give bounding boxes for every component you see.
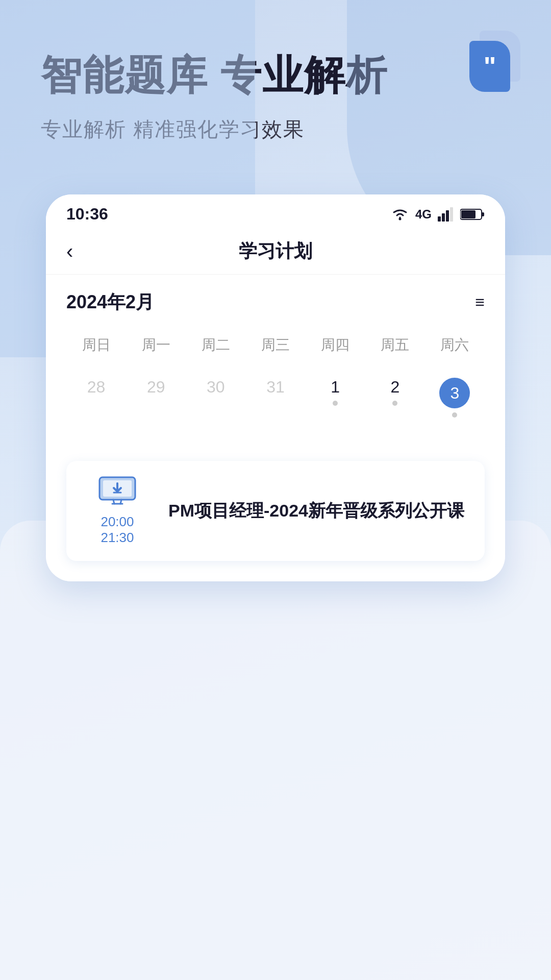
day-fri: 周五	[365, 330, 425, 360]
svg-point-0	[398, 217, 401, 220]
svg-rect-1	[438, 216, 441, 222]
date-29-prev[interactable]: 29	[126, 370, 186, 425]
calendar-menu-icon[interactable]: ≡	[475, 293, 485, 312]
schedule-time-end: 21:30	[101, 530, 134, 546]
schedule-title: PM项目经理-2024新年晋级系列公开课	[168, 499, 464, 523]
nav-bar: ‹ 学习计划	[46, 229, 505, 275]
quote-fg: "	[469, 41, 510, 92]
date-dot-3	[452, 412, 457, 418]
day-mon: 周一	[126, 330, 186, 360]
day-thu: 周四	[306, 330, 365, 360]
date-28-prev[interactable]: 28	[66, 370, 126, 425]
day-tue: 周二	[186, 330, 245, 360]
date-2[interactable]: 2	[365, 370, 425, 425]
date-dot-2	[392, 401, 397, 406]
date-3-selected[interactable]: 3	[425, 370, 485, 425]
schedule-section: 20:00 21:30 PM项目经理-2024新年晋级系列公开课	[46, 451, 505, 581]
schedule-icon-time: 20:00 21:30	[82, 476, 153, 546]
calendar-month: 2024年2月	[66, 290, 154, 315]
battery-icon	[460, 208, 485, 221]
status-icons: 4G	[391, 207, 485, 222]
status-bar: 10:36 4G	[46, 194, 505, 229]
date-1[interactable]: 1	[306, 370, 365, 425]
svg-rect-3	[446, 210, 449, 222]
signal-bars-icon	[438, 207, 454, 222]
back-button[interactable]: ‹	[66, 240, 73, 263]
calendar-section: 2024年2月 ≡ 周日 周一 周二 周三 周四 周五 周六 28	[46, 275, 505, 451]
laptop-icon	[97, 476, 138, 509]
date-dot-1	[333, 401, 338, 406]
svg-rect-4	[450, 207, 453, 222]
calendar-dates: 28 29 30 31 1	[66, 370, 485, 425]
day-sun: 周日	[66, 330, 126, 360]
svg-rect-6	[482, 212, 484, 216]
date-30-prev[interactable]: 30	[186, 370, 245, 425]
calendar-days-header: 周日 周一 周二 周三 周四 周五 周六	[66, 330, 485, 360]
date-31-prev[interactable]: 31	[245, 370, 305, 425]
signal-label: 4G	[415, 207, 432, 222]
quote-decoration: "	[459, 31, 520, 97]
svg-rect-2	[442, 213, 445, 222]
phone-mockup: 10:36 4G	[46, 194, 505, 581]
wifi-icon	[391, 207, 409, 222]
calendar-header: 2024年2月 ≡	[66, 290, 485, 315]
day-wed: 周三	[245, 330, 305, 360]
schedule-time-start: 20:00	[101, 514, 134, 530]
svg-rect-7	[461, 210, 475, 218]
app-container: " 智能题库 专业解析 专业解析 精准强化学习效果 10:36 4G	[0, 0, 551, 980]
status-time: 10:36	[66, 205, 108, 224]
day-sat: 周六	[425, 330, 485, 360]
nav-title: 学习计划	[239, 239, 312, 264]
bg-shape-bottom	[0, 521, 551, 980]
schedule-item[interactable]: 20:00 21:30 PM项目经理-2024新年晋级系列公开课	[66, 461, 485, 561]
